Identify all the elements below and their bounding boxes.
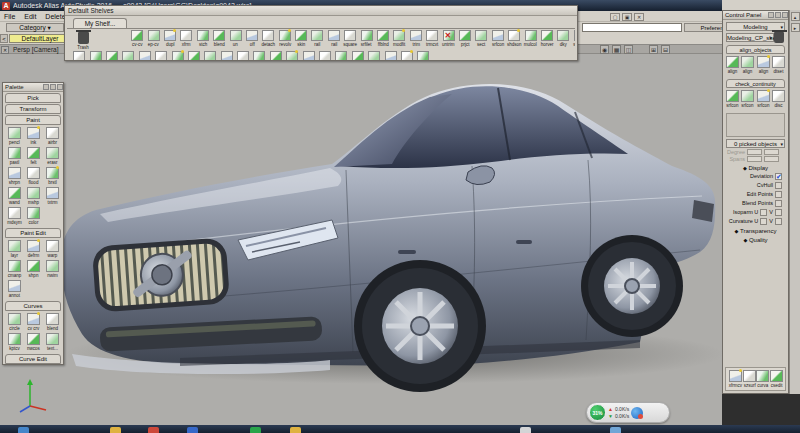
shelf-tool[interactable] xyxy=(137,50,153,60)
palette-tool-mdsym[interactable]: mdsym xyxy=(5,206,24,225)
shelf-tool-shdson[interactable]: shdson xyxy=(506,29,522,47)
palette-tool-flood[interactable]: flood xyxy=(24,166,43,185)
shelf-tool-cv-cv[interactable]: cv-cv xyxy=(129,29,145,47)
isoparm-u-v-checkbox[interactable] xyxy=(775,209,782,216)
shelf-tool[interactable] xyxy=(219,50,235,60)
perspective-viewport[interactable] xyxy=(0,54,722,425)
cp-tool-align[interactable]: align xyxy=(756,55,771,74)
viewport-title[interactable]: Persp [Camera] xyxy=(13,46,59,53)
layer-scroll-left-button[interactable]: < xyxy=(0,34,8,43)
shelf-tool-ffblnd[interactable]: ffblnd xyxy=(375,29,391,47)
shelf-tool[interactable] xyxy=(251,50,267,60)
shelf-tool[interactable] xyxy=(104,50,120,60)
palette-tab-transform[interactable]: Transform xyxy=(5,104,61,114)
shelf-tool-dupl[interactable]: dupl xyxy=(162,29,178,47)
menu-edit[interactable]: Edit xyxy=(24,13,36,20)
shelf-tool-modfit[interactable]: modfit xyxy=(391,29,407,47)
shelf-tool-un[interactable]: un xyxy=(227,29,243,47)
palette-collapse-icon[interactable] xyxy=(43,84,49,90)
preference-input[interactable] xyxy=(582,23,682,32)
shelf-tool-detach[interactable]: detach xyxy=(260,29,276,47)
palette-tool-felt[interactable]: felt xyxy=(24,146,43,165)
shelf-tool[interactable] xyxy=(333,50,349,60)
menu-delete[interactable]: Delete xyxy=(45,13,65,20)
shelf-tool[interactable] xyxy=(71,50,87,60)
shelf-tool[interactable] xyxy=(399,50,415,60)
palette-tool-shrpn[interactable]: shrpn xyxy=(5,166,24,185)
palette-tool-ink[interactable]: ink xyxy=(24,126,43,145)
layout-quad-icon[interactable]: ⊟ xyxy=(661,45,670,54)
cp-tool-srfcon[interactable]: srfcon xyxy=(740,89,755,108)
cp-tool-dtset[interactable]: dtset xyxy=(771,55,786,74)
cp-close-icon[interactable] xyxy=(782,12,788,18)
cp-tool-srfcon[interactable]: srfcon xyxy=(756,89,771,108)
spans-u-field[interactable] xyxy=(747,156,762,162)
shelf-tool-prjct[interactable]: prjct xyxy=(457,29,473,47)
cp-tool-align[interactable]: align xyxy=(725,55,740,74)
cp-tool-align[interactable]: align xyxy=(740,55,755,74)
shelf-tool[interactable] xyxy=(153,50,169,60)
shelf-tool-ep-cv[interactable]: ep-cv xyxy=(145,29,161,47)
curvature-u-checkbox[interactable] xyxy=(760,218,767,225)
palette-tool-cvcrv[interactable]: cv crv xyxy=(24,312,43,331)
transparency-section-header[interactable]: ◆ Transparency xyxy=(723,228,788,234)
palette-tool-annot[interactable]: annot xyxy=(5,279,24,298)
palette-tab-curve-edit[interactable]: Curve Edit xyxy=(5,354,61,364)
shelf-tool[interactable] xyxy=(415,50,431,60)
taskbar-app-icon[interactable] xyxy=(250,427,261,433)
palette-tab-paint-edit[interactable]: Paint Edit xyxy=(5,228,61,238)
cp-menu-icon[interactable] xyxy=(775,12,781,18)
degree-u-field[interactable] xyxy=(747,149,762,155)
shelf-tool-srfilet[interactable]: srfilet xyxy=(358,29,374,47)
shelf-tool[interactable] xyxy=(120,50,136,60)
shelf-tool-sect[interactable]: sect xyxy=(473,29,489,47)
palette-tool-color[interactable]: color xyxy=(24,206,43,225)
shelf-tool[interactable] xyxy=(169,50,185,60)
shelf-tool-off[interactable]: off xyxy=(244,29,260,47)
shelf-tool[interactable] xyxy=(382,50,398,60)
layout-single-icon[interactable]: ⊞ xyxy=(649,45,658,54)
child-minimize-icon[interactable]: ▢ xyxy=(610,13,620,21)
cp-bottom-tool-szsurf[interactable]: szsurf xyxy=(743,369,756,388)
cp-bottom-tool-curva[interactable]: curva xyxy=(756,369,769,388)
palette-tool-defrm[interactable]: defrm xyxy=(24,239,43,258)
cp-bottom-tool-xfrmcv[interactable]: xfrmcv xyxy=(728,369,743,388)
palette-tool-airbr[interactable]: airbr xyxy=(43,126,62,145)
snap-magnet-icon[interactable]: ◉ xyxy=(600,45,609,54)
windows-taskbar[interactable] xyxy=(0,425,800,433)
palette-tool-cmanp[interactable]: cmanp xyxy=(5,259,24,278)
palette-tool-pastl[interactable]: pastl xyxy=(5,146,24,165)
palette-tool-wand[interactable]: wand xyxy=(5,186,24,205)
default-shelves-window[interactable]: Default Shelves My Shelf... Trash cv-cve… xyxy=(64,5,578,61)
isoparm-u-checkbox[interactable] xyxy=(760,209,767,216)
shelf-tool[interactable] xyxy=(317,50,333,60)
control-panel[interactable]: Control Panel Modeling▾ Modeling_CP_shel… xyxy=(722,10,789,394)
shelf-tool-trim[interactable]: trim xyxy=(408,29,424,47)
blend-points-checkbox[interactable] xyxy=(775,200,782,207)
cp-bottom-tool-csedit[interactable]: csedit xyxy=(770,369,783,388)
cp-collapse-icon[interactable] xyxy=(768,12,774,18)
shelf-tool-xfrm[interactable]: xfrm xyxy=(178,29,194,47)
shelf-trash-tool[interactable]: Trash xyxy=(73,32,93,50)
palette-tool-shpn[interactable]: shpn xyxy=(24,259,43,278)
palette-tool-brstl[interactable]: brstl xyxy=(43,166,62,185)
shelf-tool[interactable] xyxy=(202,50,218,60)
taskbar-app-icon[interactable] xyxy=(148,427,159,433)
shelf-tool[interactable] xyxy=(235,50,251,60)
palette-tool-pencl[interactable]: pencl xyxy=(5,126,24,145)
category-dropdown[interactable]: Category ▾ xyxy=(6,23,64,32)
shelf-tool-mulcol[interactable]: mulcol xyxy=(522,29,538,47)
edit-points-checkbox[interactable] xyxy=(775,191,782,198)
taskbar-app-icon[interactable] xyxy=(18,427,29,433)
shelf-tool-rail[interactable]: rail xyxy=(309,29,325,47)
palette-tool-nwcos[interactable]: nwcos xyxy=(24,332,43,351)
shelf-tool-srfcon[interactable]: srfcon xyxy=(490,29,506,47)
shelf-tool-trmcvt[interactable]: trmcvt xyxy=(424,29,440,47)
palette-menu-icon[interactable] xyxy=(50,84,56,90)
palette-tool-kptcv[interactable]: kptcv xyxy=(5,332,24,351)
shelf-tool-horver[interactable]: horver xyxy=(539,29,555,47)
palette-tab-curves[interactable]: Curves xyxy=(5,301,61,311)
shelf-tool[interactable] xyxy=(350,50,366,60)
deviation-checkbox[interactable] xyxy=(775,173,782,180)
shelf-tool[interactable] xyxy=(366,50,382,60)
